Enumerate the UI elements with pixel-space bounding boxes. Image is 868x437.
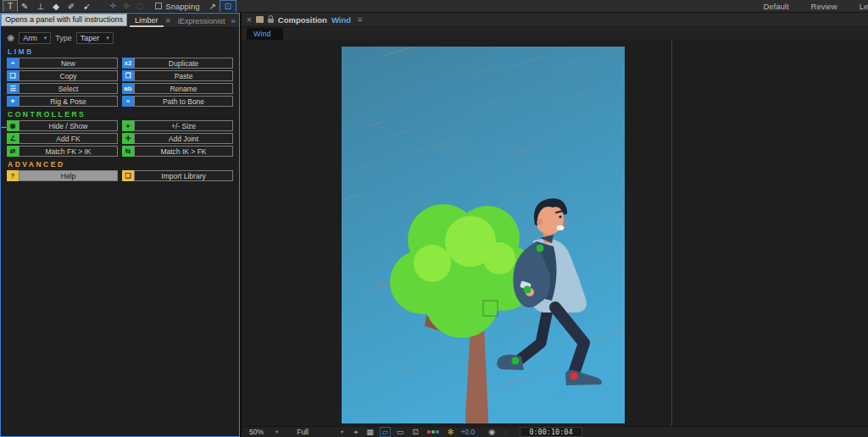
help-button[interactable]: ? Help [7, 170, 118, 181]
workspace-switcher: Default Review Learn [763, 0, 868, 13]
rename-button[interactable]: ab Rename [122, 83, 233, 94]
gear-icon[interactable]: ❋ [7, 33, 14, 44]
button-label: Help [19, 170, 118, 181]
color-management-icon[interactable] [426, 430, 441, 434]
more-tabs-icon[interactable]: » [231, 16, 236, 25]
controller-dot-back-heel[interactable] [512, 357, 520, 365]
hide-show-button[interactable]: ◉ Hide / Show [7, 120, 118, 131]
match-ik-fk-icon: ⇆ [122, 146, 134, 157]
type-select[interactable]: Taper ▾ [76, 32, 114, 44]
button-label: Hide / Show [19, 120, 118, 131]
section-header-advanced: ADVANCED [8, 160, 232, 169]
brush-tool[interactable]: ✎ [17, 1, 32, 12]
hand-grid-icon[interactable]: ⌖ [352, 428, 359, 437]
type-tool[interactable]: T [3, 1, 17, 12]
button-label: Add Joint [134, 133, 233, 144]
select-button[interactable]: ☰ Select [7, 83, 118, 94]
size-dot-icon: ● [122, 120, 134, 131]
button-label: Duplicate [134, 58, 233, 69]
match-fk-ik-button[interactable]: ⇄ Match FK > IK [7, 146, 118, 157]
paste-icon: ❐ [122, 70, 134, 81]
button-label: Paste [134, 70, 233, 81]
viewer-bottom-bar: 50% ▾ Full ▾ ⌖ ▦ ▱ ▭ ⊡ ✻ +0.0 ◉ ◌ [242, 426, 868, 437]
viewer-tab-row: Wind [242, 27, 868, 40]
button-label: Select [19, 83, 118, 94]
resolution-select[interactable]: Full ▾ [293, 428, 347, 436]
snap-bounds-icon[interactable]: ⊡ [220, 1, 236, 12]
zoom-select[interactable]: 50% ▾ [246, 428, 281, 436]
lock-icon[interactable] [268, 19, 274, 23]
controller-dot-chest[interactable] [537, 245, 544, 252]
guides-icon[interactable]: ⊡ [410, 428, 420, 436]
puppet-pin-tool[interactable]: ➹ [79, 1, 94, 12]
exposure-value[interactable]: +0.0 [460, 428, 475, 436]
eye [559, 215, 561, 218]
composition-canvas[interactable] [342, 47, 625, 423]
app-toolbar: T ✎ ⊥ ◆ ✐ ➹ ✛ ✜ ▢ Snapping ↗ ⊡ Default R… [0, 0, 868, 13]
workspace-learn[interactable]: Learn [860, 2, 868, 11]
path-to-bone-button[interactable]: « Path to Bone [122, 96, 233, 107]
composition-tab-row: × Composition Wind ≡ [242, 13, 868, 27]
close-icon[interactable]: × [247, 15, 252, 25]
chevron-down-icon: ▾ [275, 429, 278, 435]
transparency-grid-icon[interactable]: ▦ [364, 428, 376, 436]
add-joint-button[interactable]: ✛ Add Joint [122, 133, 233, 144]
controllers-button-grid: ◉ Hide / Show ● +/- Size ∠ Add FK ✛ Add … [7, 120, 233, 157]
paste-button[interactable]: ❐ Paste [122, 70, 233, 81]
select-list-icon: ☰ [7, 83, 19, 94]
limber-panel-group: Opens a panel with full instructions Lot… [0, 13, 240, 437]
button-label: Path to Bone [134, 96, 233, 107]
gear-icon[interactable]: ✻ [446, 428, 456, 436]
snapping-checkbox[interactable] [155, 3, 162, 9]
panel-menu-icon[interactable]: ≡ [355, 15, 364, 24]
pixel-aspect-icon[interactable]: ◌ [502, 428, 509, 436]
mask-visibility-icon[interactable]: ▱ [381, 428, 390, 436]
panel-menu-icon[interactable]: ≡ [164, 16, 173, 25]
match-ik-fk-button[interactable]: ⇆ Match IK > FK [122, 146, 233, 157]
size-button[interactable]: ● +/- Size [122, 120, 233, 131]
limb-select-value: Arm [23, 34, 37, 42]
eraser-tool[interactable]: ◆ [48, 1, 64, 12]
snapping-label: Snapping [165, 2, 199, 11]
type-select-value: Taper [81, 34, 100, 42]
workspace-review[interactable]: Review [811, 2, 837, 11]
roto-brush-tool[interactable]: ✐ [64, 1, 79, 12]
snap-arrow-icon[interactable]: ↗ [204, 1, 220, 12]
button-label: Copy [19, 70, 118, 81]
puppet-position-pin-icon[interactable]: ✛ [107, 1, 120, 12]
resolution-value: Full [297, 428, 309, 436]
after-effects-window: T ✎ ⊥ ◆ ✐ ➹ ✛ ✜ ▢ Snapping ↗ ⊡ Default R… [0, 0, 868, 437]
import-library-button[interactable]: ❑ Import Library [122, 170, 233, 181]
viewer-tab-wind[interactable]: Wind [247, 28, 283, 40]
button-label: Match IK > FK [134, 146, 233, 157]
limb-select[interactable]: Arm ▾ [19, 32, 51, 44]
tab-limber[interactable]: Limber [130, 14, 164, 27]
copy-button[interactable]: ❏ Copy [7, 70, 118, 81]
composition-viewer[interactable] [242, 40, 868, 426]
puppet-overlap-pin-icon[interactable]: ▢ [133, 1, 147, 12]
composition-thumbnail-icon [256, 16, 264, 23]
add-fk-button[interactable]: ∠ Add FK [7, 133, 118, 144]
controller-dot-front-foot[interactable] [570, 373, 578, 380]
new-button[interactable]: + New [7, 58, 118, 69]
controller-dot-hand[interactable] [524, 286, 531, 294]
clone-stamp-tool[interactable]: ⊥ [33, 1, 49, 12]
rig-pose-button[interactable]: ⌖ Rig & Pose [7, 96, 118, 107]
plus-icon: + [7, 58, 19, 69]
puppet-starch-pin-icon[interactable]: ✜ [120, 1, 133, 12]
chevron-down-icon: ▾ [44, 35, 47, 41]
snapping-toggle[interactable]: Snapping [155, 2, 199, 11]
snapshot-camera-icon[interactable]: ◉ [487, 428, 497, 436]
timecode-display[interactable]: 0:00:10:04 [520, 427, 581, 437]
region-of-interest-icon[interactable]: ▭ [395, 428, 406, 436]
guide-line [671, 40, 672, 426]
rig-pose-icon: ⌖ [7, 96, 19, 107]
duplicate-button[interactable]: x2 Duplicate [122, 58, 233, 69]
button-label: New [19, 58, 118, 69]
workspace-default[interactable]: Default [763, 2, 788, 11]
help-icon: ? [7, 170, 19, 181]
advanced-button-grid: ? Help ❑ Import Library [7, 170, 233, 181]
composition-name[interactable]: Wind [331, 15, 351, 25]
zoom-value: 50% [249, 428, 264, 436]
tab-iexpressionist[interactable]: iExpressionist [173, 15, 231, 26]
